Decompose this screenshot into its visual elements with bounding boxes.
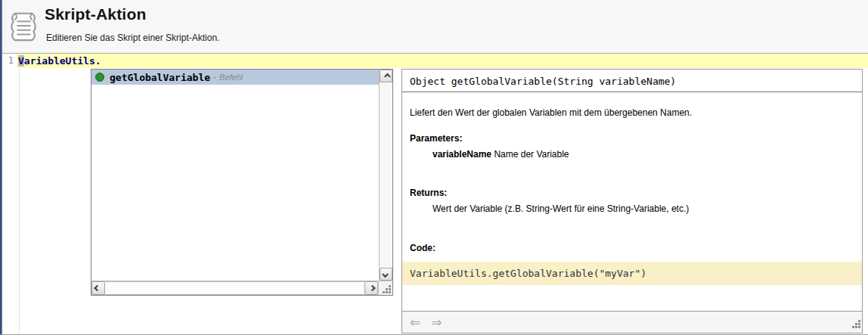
vertical-scrollbar-track[interactable] [380, 82, 392, 268]
script-icon [8, 9, 40, 44]
method-description: Liefert den Wert der globalen Variablen … [402, 107, 862, 118]
resize-grip-icon [382, 284, 391, 293]
chevron-down-icon [382, 271, 388, 277]
chevron-left-icon [94, 285, 100, 291]
autocomplete-list: getGlobalVariable - Befehl [91, 70, 379, 281]
code-line-1[interactable]: 1 VariableUtils. [2, 54, 868, 68]
autocomplete-item-kind: Befehl [219, 73, 243, 82]
horizontal-scrollbar-track[interactable] [105, 281, 364, 295]
method-icon [95, 73, 104, 82]
autocomplete-popup: getGlobalVariable - Befehl [91, 69, 393, 296]
vertical-scrollbar[interactable] [379, 70, 392, 281]
popup-resize-grip[interactable] [378, 281, 392, 295]
window-left-border [0, 0, 2, 335]
doc-navigation-bar: ⇐ ⇒ [402, 311, 862, 333]
autocomplete-item-name: getGlobalVariable [110, 72, 210, 83]
doc-panel: Object getGlobalVariable(String variable… [401, 69, 863, 333]
parameter-name: variableName [432, 149, 491, 160]
parameter-row: variableName Name der Variable [402, 149, 862, 160]
back-arrow-button[interactable]: ⇐ [410, 316, 420, 329]
returns-description: Wert der Variable (z.B. String-Wert für … [402, 203, 862, 214]
page-subtitle: Editieren Sie das Skript einer Skript-Ak… [46, 33, 219, 43]
horizontal-scrollbar[interactable] [91, 281, 392, 295]
code-label: Code: [402, 243, 862, 253]
script-action-dialog: Skript-Aktion Editieren Sie das Skript e… [0, 0, 868, 335]
method-signature: Object getGlobalVariable(String variable… [402, 70, 862, 92]
doc-resize-grip[interactable] [851, 318, 860, 331]
autocomplete-popup-main: getGlobalVariable - Befehl [91, 70, 392, 281]
returns-label: Returns: [402, 188, 862, 198]
code-text-line[interactable]: VariableUtils. [17, 54, 868, 68]
resize-grip-icon [851, 319, 860, 328]
code-sample: VariableUtils.getGlobalVariable("myVar") [402, 262, 862, 285]
parameter-description: Name der Variable [491, 149, 569, 160]
scroll-left-button[interactable] [91, 281, 105, 295]
chevron-up-icon [384, 73, 390, 79]
scroll-down-button[interactable] [380, 268, 392, 281]
dialog-header: Skript-Aktion Editieren Sie das Skript e… [2, 0, 868, 54]
chevron-right-icon [369, 285, 375, 291]
page-title: Skript-Aktion [45, 5, 146, 23]
line-number: 1 [2, 54, 17, 68]
gutter-separator [19, 54, 20, 334]
parameters-label: Parameters: [402, 133, 862, 144]
autocomplete-item-separator: - [213, 72, 216, 82]
code-after-cursor: ariableUtils. [24, 55, 101, 67]
scroll-right-button[interactable] [364, 281, 378, 295]
scroll-up-button[interactable] [380, 70, 392, 82]
forward-arrow-button[interactable]: ⇒ [431, 316, 442, 329]
autocomplete-item-getglobalvariable[interactable]: getGlobalVariable - Befehl [91, 70, 379, 85]
text-cursor-char: V [18, 55, 24, 67]
